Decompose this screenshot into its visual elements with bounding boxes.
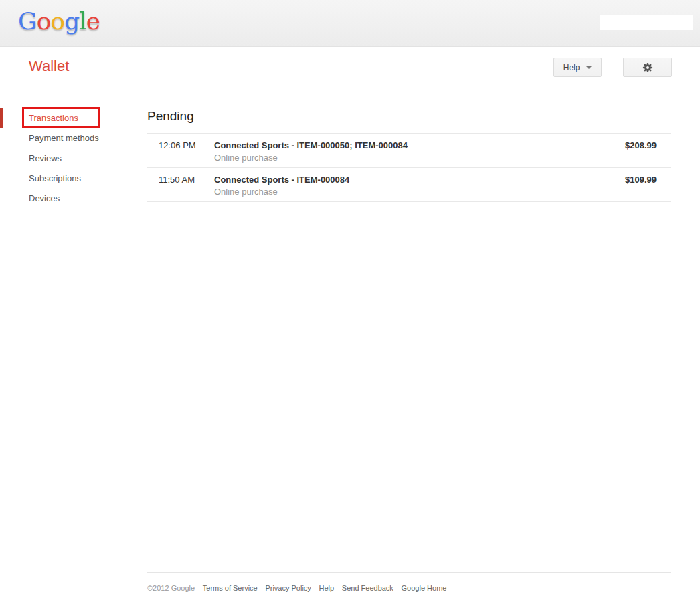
page-footer: ©2012 Google-Terms of Service-Privacy Po…: [147, 572, 671, 592]
transaction-details: Connected Sports - ITEM-000050; ITEM-000…: [214, 140, 577, 167]
transaction-title: Connected Sports - ITEM-000050; ITEM-000…: [214, 140, 577, 152]
transaction-description: Online purchase: [214, 186, 577, 198]
footer-link-home[interactable]: Google Home: [402, 584, 447, 592]
google-logo-letter: o: [37, 7, 51, 35]
footer-link-privacy[interactable]: Privacy Policy: [265, 584, 311, 592]
transaction-description: Online purchase: [214, 152, 577, 164]
transactions-list: 12:06 PM Connected Sports - ITEM-000050;…: [147, 133, 671, 202]
transaction-row[interactable]: 12:06 PM Connected Sports - ITEM-000050;…: [147, 133, 671, 167]
google-logo-letter: o: [50, 7, 64, 35]
gear-icon: [642, 62, 654, 74]
wallet-header: Wallet Help: [0, 47, 700, 86]
google-logo[interactable]: Google: [18, 7, 100, 35]
footer-separator: -: [314, 584, 317, 592]
transaction-details: Connected Sports - ITEM-000084 Online pu…: [214, 174, 577, 201]
chevron-down-icon: [586, 66, 592, 69]
footer-link-feedback[interactable]: Send Feedback: [342, 584, 393, 592]
footer-separator: -: [197, 584, 200, 592]
footer-separator: -: [260, 584, 263, 592]
sidebar-item-devices[interactable]: Devices: [0, 189, 147, 209]
help-button[interactable]: Help: [553, 58, 602, 77]
page-title: Wallet: [29, 47, 69, 86]
transaction-amount: $208.99: [577, 140, 671, 167]
transaction-time: 11:50 AM: [159, 174, 214, 201]
selected-item-indicator: [0, 108, 3, 128]
transactions-panel: Pending 12:06 PM Connected Sports - ITEM…: [147, 109, 671, 202]
google-logo-letter: e: [86, 7, 100, 35]
settings-button[interactable]: [623, 58, 672, 77]
google-logo-letter: g: [64, 7, 79, 35]
transaction-title: Connected Sports - ITEM-000084: [214, 174, 577, 186]
sidebar-item-reviews[interactable]: Reviews: [0, 148, 147, 169]
sidebar-item-subscriptions[interactable]: Subscriptions: [0, 169, 147, 189]
transaction-time: 12:06 PM: [159, 140, 214, 167]
transaction-amount: $109.99: [577, 174, 671, 201]
google-top-bar: Google: [0, 0, 700, 47]
google-wallet-page: Google Wallet Help Transactions: [0, 0, 700, 604]
footer-link-help[interactable]: Help: [319, 584, 335, 592]
sidebar-item-payment-methods[interactable]: Payment methods: [0, 128, 147, 148]
footer-separator: -: [396, 584, 399, 592]
footer-separator: -: [337, 584, 339, 592]
footer-link-terms[interactable]: Terms of Service: [203, 584, 258, 592]
copyright-text: ©2012 Google: [147, 584, 195, 592]
sidebar-nav: Transactions Payment methods Reviews Sub…: [0, 86, 147, 209]
help-button-label: Help: [563, 63, 580, 72]
google-logo-letter: G: [18, 7, 37, 35]
google-logo-letter: l: [79, 7, 86, 35]
account-box: [600, 15, 693, 30]
section-title-pending: Pending: [147, 109, 671, 133]
transaction-row[interactable]: 11:50 AM Connected Sports - ITEM-000084 …: [147, 167, 671, 201]
sidebar-item-transactions[interactable]: Transactions: [0, 108, 147, 128]
